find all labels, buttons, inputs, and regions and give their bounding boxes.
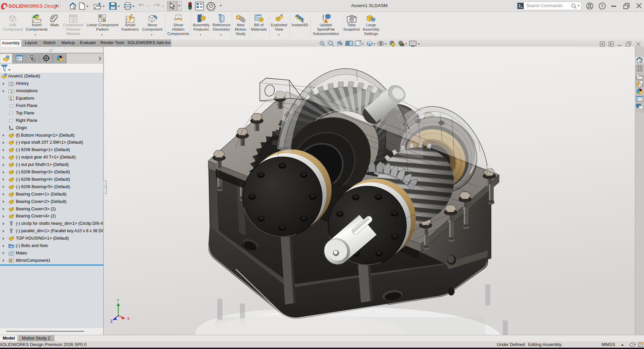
svg-text:X: X bbox=[127, 316, 130, 321]
svg-text:Y: Y bbox=[117, 298, 119, 303]
svg-text:SOLIDWORKS Design: SOLIDWORKS Design bbox=[8, 3, 59, 9]
svg-text:Z: Z bbox=[110, 319, 113, 324]
svg-text:?: ? bbox=[601, 4, 603, 9]
